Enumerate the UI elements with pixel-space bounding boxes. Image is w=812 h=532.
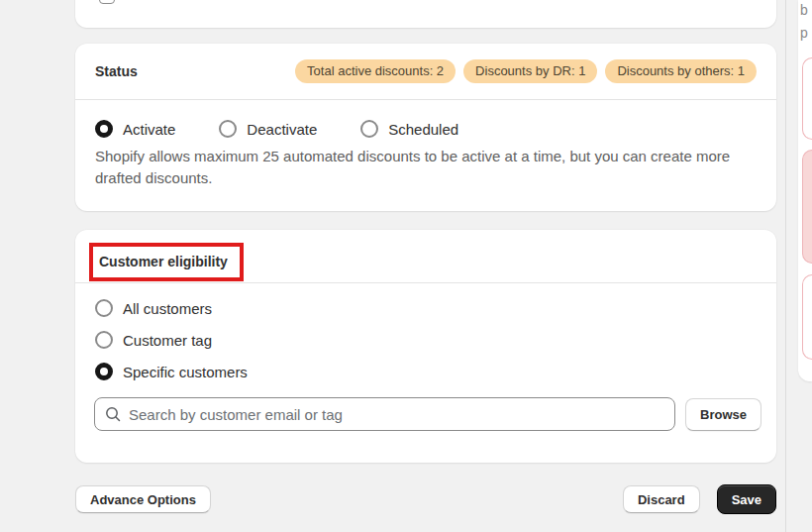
right-side-panel-cutoff: b p [798,0,812,381]
status-radio-group: Activate Deactivate Scheduled [95,120,757,138]
right-panel-cutoff-text-2: p [800,25,808,41]
badge-total-active-discounts: Total active discounts: 2 [295,59,456,83]
checkbox[interactable] [99,0,115,4]
right-panel-cutoff-text-1: b [800,2,808,18]
browse-button[interactable]: Browse [685,398,761,431]
badge-discounts-by-dr: Discounts by DR: 1 [463,59,597,83]
eligibility-title: Customer eligibility [99,254,228,269]
red-highlight-box: Customer eligibility [89,243,244,281]
customer-eligibility-card: Customer eligibility All customers Custo… [75,230,776,463]
radio-activate-control[interactable] [95,120,113,138]
top-card-cutoff: pping [75,0,776,28]
save-button[interactable]: Save [717,484,776,514]
radio-specific-customers-control[interactable] [95,363,113,380]
radio-deactivate[interactable]: Deactivate [219,120,317,138]
radio-activate[interactable]: Activate [95,120,175,138]
radio-specific-customers[interactable]: Specific customers [95,363,757,380]
status-badges: Total active discounts: 2 Discounts by D… [295,59,757,83]
divider-line [785,0,786,532]
right-panel-field-3[interactable] [802,274,812,360]
status-helper-text: Shopify allows maximum 25 automated disc… [95,146,757,189]
advance-options-button[interactable]: Advance Options [75,485,211,513]
radio-customer-tag[interactable]: Customer tag [95,331,757,349]
radio-all-customers[interactable]: All customers [95,299,757,317]
status-card: Status Total active discounts: 2 Discoun… [75,44,776,211]
status-card-header: Status Total active discounts: 2 Discoun… [75,44,776,99]
eligibility-radio-group: All customers Customer tag Specific cust… [75,283,776,380]
status-title: Status [95,63,138,79]
footer-actions: Advance Options Discard Save [75,484,776,514]
badge-discounts-by-others: Discounts by others: 1 [605,59,757,83]
right-panel-field-1[interactable] [802,57,812,140]
customer-search-box[interactable] [94,397,675,431]
eligibility-header: Customer eligibility [75,230,776,282]
right-panel-field-2[interactable] [802,150,812,264]
search-icon [105,406,121,422]
radio-deactivate-control[interactable] [219,120,237,138]
radio-all-customers-control[interactable] [95,299,113,317]
radio-scheduled-control[interactable] [360,120,378,138]
radio-customer-tag-control[interactable] [95,331,113,349]
radio-scheduled[interactable]: Scheduled [360,120,458,138]
discard-button[interactable]: Discard [623,485,700,513]
customer-search-input[interactable] [127,405,664,424]
